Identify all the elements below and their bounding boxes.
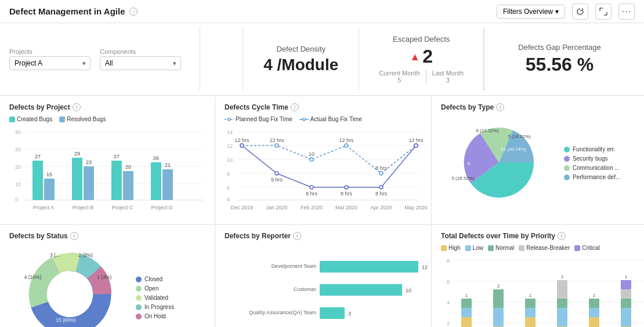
svg-rect-157 — [621, 299, 631, 308]
cycle-time-chart: 14 12 10 8 6 4 — [225, 126, 422, 217]
by-type-chart-wrap: 11 (40.74%) 5 6 (22.22%) 5 (18.52%) 5 (1… — [441, 116, 637, 210]
svg-text:9 hrs: 9 hrs — [271, 177, 283, 183]
expand-button[interactable] — [595, 3, 612, 20]
kpi-density-value: 4 /Module — [263, 56, 338, 74]
over-time-chart: 8 6 4 2 0 2 — [441, 255, 637, 327]
svg-text:40: 40 — [15, 129, 21, 135]
svg-text:Project A: Project A — [33, 205, 54, 210]
svg-text:10: 10 — [227, 157, 233, 163]
svg-point-48 — [310, 158, 313, 161]
svg-point-60 — [310, 186, 313, 189]
refresh-button[interactable] — [572, 3, 588, 20]
by-status-legend: Closed Open Validated In Progress On Hol… — [136, 276, 174, 319]
panel-over-time: Total Defects over Time by Priority i Hi… — [432, 225, 644, 327]
page-title: Defect Management in Agile — [9, 6, 125, 16]
svg-text:8: 8 — [227, 171, 230, 177]
svg-text:2: 2 — [497, 284, 500, 289]
svg-rect-141 — [557, 299, 567, 308]
svg-text:Customer: Customer — [294, 286, 316, 292]
panel-cycle-time: Defects Cycle Time i Planned Bug Fix Tim… — [215, 96, 431, 224]
title-info-icon[interactable]: i — [129, 8, 138, 16]
svg-rect-150 — [589, 299, 599, 308]
cycle-time-info-icon[interactable]: i — [291, 103, 299, 111]
projects-label: Projects — [9, 48, 91, 55]
panel-by-project: Defects by Project i Created Bugs Resolv… — [0, 96, 215, 224]
svg-text:5 (18.52%): 5 (18.52%) — [451, 176, 474, 181]
svg-text:6: 6 — [447, 279, 450, 285]
svg-text:5 (18.52%): 5 (18.52%) — [508, 134, 530, 139]
filters-row: Projects Project A Components All Defect… — [0, 23, 644, 96]
over-time-info-icon[interactable]: i — [558, 232, 566, 240]
svg-text:Apr 2020: Apr 2020 — [371, 205, 392, 210]
by-project-chart: 40 30 20 10 0 27 15 Project A — [9, 126, 205, 217]
svg-rect-11 — [44, 179, 55, 200]
svg-text:27: 27 — [35, 154, 41, 159]
svg-rect-118 — [461, 308, 472, 317]
svg-point-59 — [275, 172, 278, 175]
svg-rect-10 — [32, 161, 43, 200]
by-reporter-chart: Develpoment Team 12 Customer 10 Quality … — [225, 245, 422, 327]
svg-rect-125 — [493, 308, 504, 326]
panel-by-type: Defects by Type i 11 (40.74%) — [432, 96, 644, 224]
kpi-gap-title: Defects Gap Percentage — [518, 43, 600, 52]
svg-text:Project C: Project C — [111, 205, 133, 210]
legend-inprogress: In Progress — [136, 304, 174, 310]
svg-text:12 hrs: 12 hrs — [234, 137, 249, 143]
svg-text:12: 12 — [422, 264, 428, 270]
svg-rect-21 — [123, 171, 133, 200]
by-reporter-info-icon[interactable]: i — [293, 232, 301, 240]
svg-text:10: 10 — [15, 181, 21, 187]
by-status-info-icon[interactable]: i — [70, 232, 78, 240]
svg-text:1: 1 — [593, 293, 596, 298]
svg-text:12: 12 — [227, 143, 233, 149]
by-type-info-icon[interactable]: i — [496, 103, 504, 111]
panel-by-reporter: Defects by Reporter i Develpoment Team 1… — [215, 225, 431, 327]
filters-overview-button[interactable]: Filters Overview ▾ — [497, 5, 565, 19]
panel-by-status-title: Defects by Status i — [9, 232, 205, 240]
more-options-button[interactable]: ··· — [618, 3, 635, 20]
legend-created: Created Bugs — [9, 116, 52, 122]
escaped-up-icon: ▲ — [410, 52, 420, 62]
projects-select[interactable]: Project A — [9, 56, 91, 70]
svg-rect-127 — [493, 289, 504, 308]
pie-legend-communication: Communication ... — [564, 165, 620, 171]
pie-legend-functionality: Functionality err. — [564, 146, 620, 152]
by-project-info-icon[interactable]: i — [73, 103, 81, 111]
svg-rect-89 — [320, 284, 402, 296]
svg-rect-92 — [320, 307, 345, 319]
svg-point-79 — [49, 273, 91, 315]
svg-point-33 — [303, 118, 305, 121]
svg-text:4: 4 — [447, 300, 450, 306]
svg-text:1: 1 — [625, 274, 628, 279]
escaped-current-label: Current Month — [379, 70, 419, 77]
svg-text:3 (...: 3 (... — [50, 252, 60, 258]
svg-text:10: 10 — [406, 288, 411, 293]
svg-text:Develpoment Team: Develpoment Team — [272, 263, 316, 269]
components-select[interactable]: All — [100, 56, 181, 70]
svg-rect-155 — [621, 308, 631, 326]
legend-critical: Critical — [574, 245, 600, 251]
legend-actual: Actual Bug Fix Time — [299, 116, 362, 122]
svg-rect-139 — [557, 308, 567, 326]
legend-resolved: Resolved Bugs — [59, 116, 106, 122]
panel-by-type-title: Defects by Type i — [441, 103, 637, 111]
svg-text:2: 2 — [447, 321, 450, 326]
kpi-gap-value: 55.56 % — [526, 54, 594, 75]
escaped-last-label: Last Month — [432, 70, 464, 77]
by-project-legend: Created Bugs Resolved Bugs — [9, 116, 205, 122]
header-right: Filters Overview ▾ ··· — [497, 3, 635, 20]
svg-text:15: 15 — [46, 172, 52, 177]
legend-validated: Validated — [136, 295, 174, 301]
svg-text:6 (22.22%): 6 (22.22%) — [476, 128, 498, 133]
svg-rect-26 — [162, 169, 173, 200]
top-header: Defect Management in Agile i Filters Ove… — [0, 0, 644, 23]
kpi-escaped-value-row: ▲ 2 — [410, 46, 433, 67]
svg-text:20: 20 — [125, 164, 131, 170]
by-type-legend: Functionality err. Security bugs Communi… — [564, 146, 620, 180]
svg-text:12 hrs: 12 hrs — [408, 137, 424, 143]
svg-text:Project D: Project D — [151, 205, 173, 210]
svg-text:14: 14 — [227, 129, 233, 135]
panel-over-time-title: Total Defects over Time by Priority i — [441, 232, 637, 240]
svg-text:8 hrs: 8 hrs — [375, 191, 388, 197]
escaped-last-value: 3 — [432, 77, 464, 83]
